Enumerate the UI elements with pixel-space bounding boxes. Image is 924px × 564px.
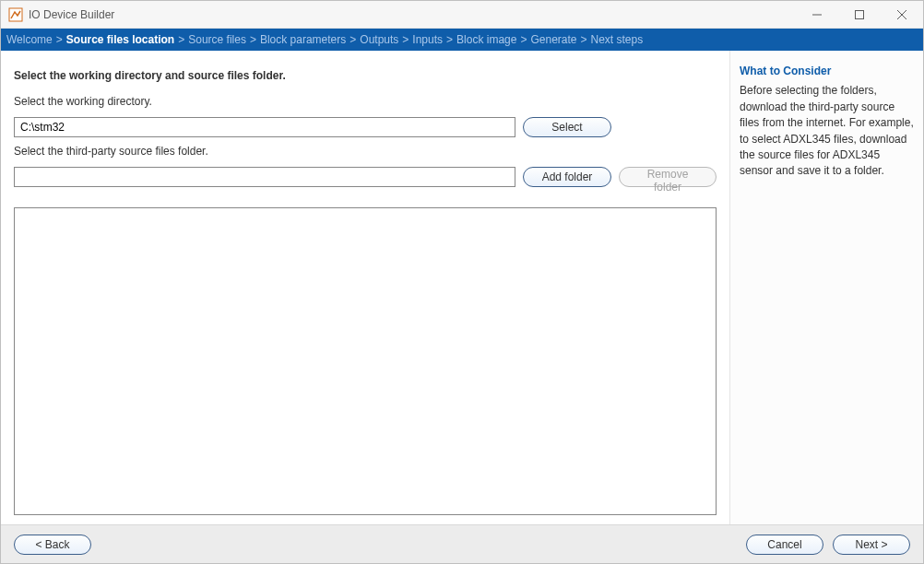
chevron-right-icon: > [349, 33, 356, 46]
content-body: Select the working directory and source … [1, 51, 923, 524]
breadcrumb-item[interactable]: Outputs [360, 33, 398, 46]
main-panel: Select the working directory and source … [1, 51, 729, 524]
breadcrumb-item[interactable]: Block image [456, 33, 516, 46]
footer: < Back Cancel Next > [1, 524, 923, 563]
window-title: IO Device Builder [29, 8, 114, 21]
srcfolder-label: Select the third-party source files fold… [14, 145, 717, 158]
breadcrumb-item[interactable]: Block parameters [260, 33, 346, 46]
title-bar: IO Device Builder [1, 1, 923, 29]
breadcrumb-item[interactable]: Welcome [6, 33, 53, 46]
side-panel: What to Consider Before selecting the fo… [729, 51, 923, 524]
app-window: IO Device Builder Welcome>Source files l… [0, 0, 924, 564]
breadcrumb-item[interactable]: Inputs [412, 33, 443, 46]
chevron-right-icon: > [178, 33, 184, 46]
chevron-right-icon: > [56, 33, 63, 46]
close-button[interactable] [881, 1, 923, 29]
chevron-right-icon: > [250, 33, 256, 46]
chevron-right-icon: > [581, 33, 587, 46]
side-body: Before selecting the folders, download t… [740, 83, 914, 179]
select-button[interactable]: Select [523, 117, 611, 137]
minimize-icon [812, 10, 822, 19]
maximize-button[interactable] [838, 1, 881, 29]
add-folder-button[interactable]: Add folder [523, 167, 611, 187]
svg-rect-2 [856, 10, 864, 18]
next-button[interactable]: Next > [833, 535, 910, 555]
breadcrumb-item[interactable]: Next steps [591, 33, 644, 46]
remove-folder-button[interactable]: Remove folder [619, 167, 717, 187]
folders-listbox[interactable] [14, 207, 717, 515]
svg-rect-0 [9, 8, 22, 21]
chevron-right-icon: > [520, 33, 527, 46]
breadcrumb-item[interactable]: Source files location [66, 33, 174, 46]
chevron-right-icon: > [402, 33, 409, 46]
app-icon [8, 7, 23, 22]
maximize-icon [855, 10, 864, 19]
back-button[interactable]: < Back [14, 535, 91, 555]
minimize-button[interactable] [796, 1, 838, 29]
breadcrumb-item[interactable]: Source files [188, 33, 246, 46]
chevron-right-icon: > [446, 33, 453, 46]
workdir-input[interactable] [14, 117, 515, 137]
workdir-row: Select [14, 117, 717, 137]
cancel-button[interactable]: Cancel [746, 535, 823, 555]
workdir-label: Select the working directory. [14, 95, 717, 108]
breadcrumb-item[interactable]: Generate [530, 33, 576, 46]
srcfolder-row: Add folder Remove folder [14, 167, 717, 187]
breadcrumb: Welcome>Source files location>Source fil… [1, 29, 923, 51]
close-icon [897, 10, 906, 19]
page-heading: Select the working directory and source … [14, 69, 717, 82]
side-title: What to Consider [740, 64, 914, 79]
srcfolder-input[interactable] [14, 167, 515, 187]
